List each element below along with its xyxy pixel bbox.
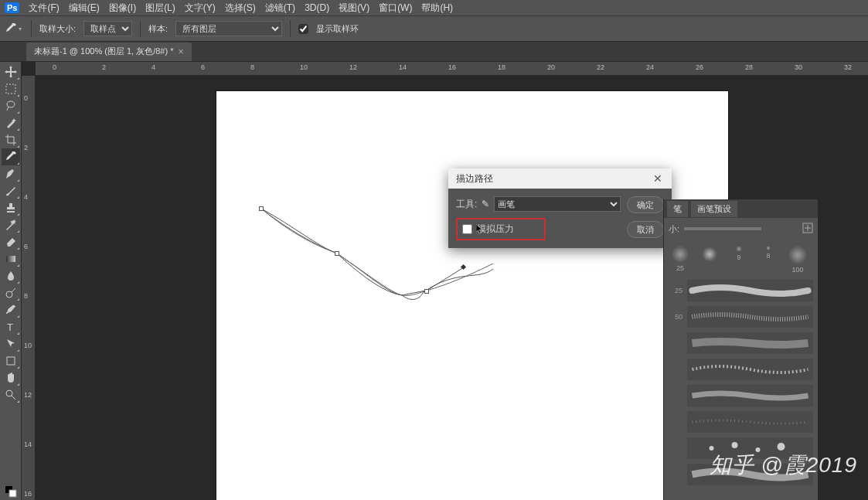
size-label: 小: <box>669 223 679 235</box>
brush-tip[interactable]: 8 <box>758 246 778 274</box>
dodge-tool[interactable] <box>2 284 20 301</box>
eyedropper-tool[interactable] <box>2 148 20 165</box>
path-select-tool[interactable] <box>2 335 20 352</box>
tab-brush-presets[interactable]: 画笔预设 <box>691 201 737 217</box>
sample-size-label: 取样大小: <box>39 23 76 35</box>
show-ring-label: 显示取样环 <box>316 23 359 35</box>
wand-tool[interactable] <box>2 114 20 131</box>
separator <box>140 20 141 37</box>
brush-icon: ✎ <box>482 199 489 209</box>
ps-logo: Ps <box>5 2 19 13</box>
history-brush-tool[interactable] <box>2 216 20 233</box>
svg-rect-8 <box>9 490 16 497</box>
svg-rect-0 <box>6 84 15 94</box>
svg-line-9 <box>427 267 464 291</box>
brush-tip[interactable] <box>700 246 720 274</box>
svg-point-6 <box>6 390 12 396</box>
stroke-path-dialog: 描边路径 ✕ 工具: ✎ 画笔 模拟压力 确定 取消 <box>448 168 672 248</box>
menu-view[interactable]: 视图(V) <box>339 2 369 15</box>
gradient-tool[interactable] <box>2 250 20 267</box>
brush-tip[interactable]: 25 <box>670 246 690 274</box>
simulate-pressure-checkbox[interactable] <box>462 224 472 234</box>
menu-layer[interactable]: 图层(L) <box>145 2 175 15</box>
menu-edit[interactable]: 编辑(E) <box>69 2 100 15</box>
brush-preset-row[interactable] <box>669 385 813 406</box>
ruler-vertical[interactable]: 0 2 4 6 8 10 12 14 16 <box>22 76 36 500</box>
close-icon[interactable]: × <box>179 46 184 57</box>
close-icon[interactable]: ✕ <box>648 172 667 185</box>
menu-window[interactable]: 窗口(W) <box>379 2 412 15</box>
anchor-point[interactable] <box>335 251 339 256</box>
shape-tool[interactable] <box>2 352 20 369</box>
tool-label: 工具: <box>456 198 477 211</box>
sample-size-select[interactable]: 取样点 <box>83 21 132 36</box>
svg-point-13 <box>756 447 761 452</box>
brush-tool[interactable] <box>2 182 20 199</box>
lasso-tool[interactable] <box>2 97 20 114</box>
brush-tip-row: 25 9 8 100 <box>669 243 813 277</box>
menu-file[interactable]: 文件(F) <box>29 2 59 15</box>
canvas[interactable] <box>216 91 728 500</box>
svg-rect-5 <box>7 357 15 365</box>
brush-preset-row[interactable] <box>669 464 813 485</box>
brush-preset-row[interactable]: 25 <box>669 280 813 301</box>
separator <box>290 20 291 37</box>
brush-preset-row[interactable]: 50 <box>669 306 813 328</box>
healing-tool[interactable] <box>2 165 20 182</box>
tool-palette: T <box>0 62 22 500</box>
cancel-button[interactable]: 取消 <box>627 221 664 238</box>
anchor-point[interactable] <box>424 289 429 294</box>
brush-tip[interactable]: 9 <box>729 246 749 274</box>
svg-point-3 <box>6 291 12 298</box>
panel-tabs: 笔 画笔预设 <box>664 199 818 218</box>
document-tab[interactable]: 未标题-1 @ 100% (图层 1, 灰色/8#) * × <box>26 43 192 61</box>
svg-point-14 <box>778 443 785 451</box>
menu-select[interactable]: 选择(S) <box>225 2 256 15</box>
brush-preset-row[interactable] <box>669 359 813 380</box>
brush-tip[interactable]: 100 <box>788 246 808 274</box>
size-slider[interactable] <box>684 227 761 230</box>
menu-bar: Ps 文件(F) 编辑(E) 图像(I) 图层(L) 文字(Y) 选择(S) 滤… <box>0 0 868 15</box>
hand-tool[interactable] <box>2 369 20 386</box>
document-tab-title: 未标题-1 @ 100% (图层 1, 灰色/8#) * <box>34 46 174 57</box>
menu-image[interactable]: 图像(I) <box>109 2 136 15</box>
ruler-horizontal[interactable]: 0 2 4 6 8 10 12 14 16 18 20 22 24 26 28 … <box>36 62 868 76</box>
stroke-tool-select[interactable]: 画笔 <box>494 196 621 212</box>
eraser-tool[interactable] <box>2 233 20 250</box>
zoom-tool[interactable] <box>2 386 20 403</box>
sample-label: 样本: <box>148 23 168 35</box>
dialog-title: 描边路径 <box>456 172 493 185</box>
brush-preset-row[interactable] <box>669 332 813 354</box>
swap-colors-icon[interactable] <box>2 483 20 500</box>
brush-preset-row[interactable] <box>669 411 813 433</box>
simulate-pressure-row: 模拟压力 <box>456 218 546 240</box>
menu-help[interactable]: 帮助(H) <box>421 2 453 15</box>
ok-button[interactable]: 确定 <box>627 196 664 213</box>
anchor-point[interactable] <box>259 206 264 211</box>
separator <box>31 20 32 37</box>
menu-3d[interactable]: 3D(D) <box>305 2 329 13</box>
type-tool[interactable]: T <box>2 318 20 335</box>
blur-tool[interactable] <box>2 267 20 284</box>
menu-type[interactable]: 文字(Y) <box>185 2 216 15</box>
pen-tool[interactable] <box>2 301 20 318</box>
marquee-tool[interactable] <box>2 80 20 97</box>
simulate-pressure-label: 模拟压力 <box>477 223 514 236</box>
tab-brush[interactable]: 笔 <box>667 201 688 217</box>
sample-layers-select[interactable]: 所有图层 <box>175 21 282 36</box>
crop-tool[interactable] <box>2 131 20 148</box>
svg-text:T: T <box>7 321 13 333</box>
svg-rect-2 <box>6 256 15 262</box>
show-ring-checkbox[interactable] <box>298 24 308 34</box>
brush-stroke-list[interactable]: 25 50 <box>669 280 813 485</box>
menu-filter[interactable]: 滤镜(T) <box>265 2 295 15</box>
svg-point-1 <box>7 101 15 107</box>
move-tool[interactable] <box>2 63 20 80</box>
stamp-tool[interactable] <box>2 199 20 216</box>
options-bar: ▾ 取样大小: 取样点 样本: 所有图层 显示取样环 <box>0 15 868 42</box>
dialog-titlebar[interactable]: 描边路径 ✕ <box>448 168 672 189</box>
eyedropper-icon[interactable]: ▾ <box>3 20 23 37</box>
svg-point-12 <box>732 442 738 448</box>
brush-preset-row[interactable] <box>669 437 813 459</box>
toggle-icon[interactable] <box>802 223 813 235</box>
